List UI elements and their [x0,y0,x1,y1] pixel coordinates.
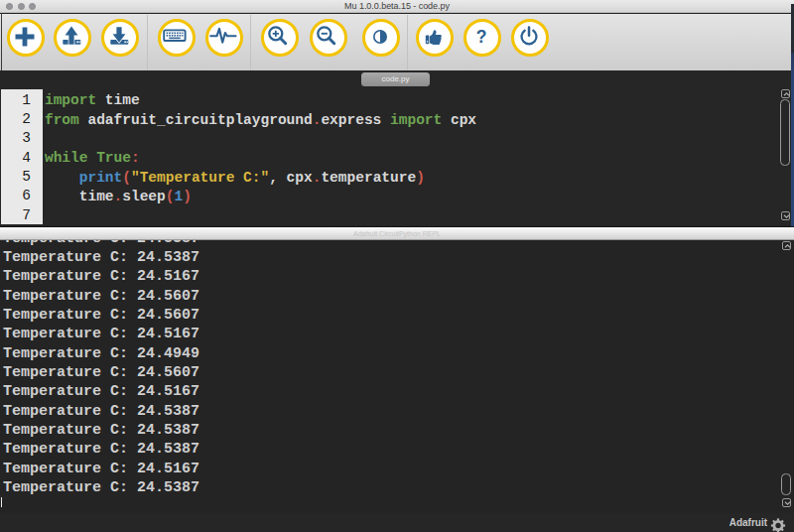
svg-text:?: ? [476,27,487,47]
